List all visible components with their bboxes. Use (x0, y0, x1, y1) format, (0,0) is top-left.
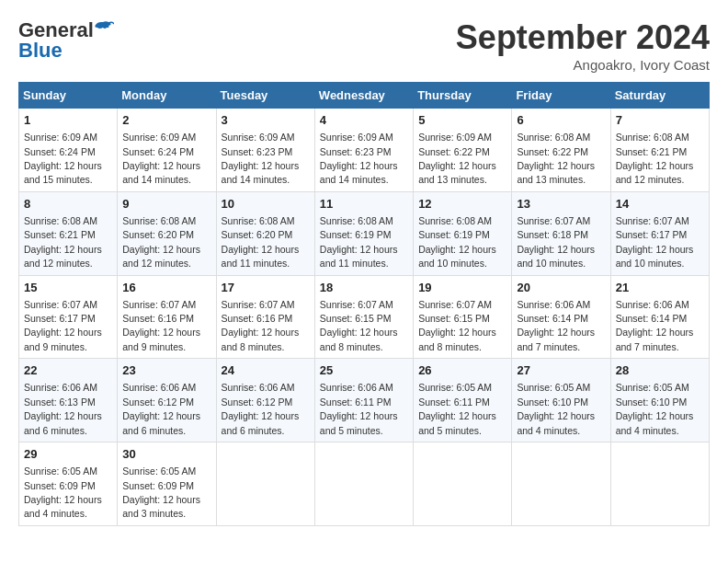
day-number: 25 (320, 362, 408, 379)
calendar-cell: 10Sunrise: 6:08 AMSunset: 6:20 PMDayligh… (216, 191, 314, 275)
day-number: 24 (222, 362, 310, 379)
day-info: Sunrise: 6:05 AMSunset: 6:09 PMDaylight:… (122, 465, 200, 519)
calendar-cell: 8Sunrise: 6:08 AMSunset: 6:21 PMDaylight… (19, 191, 118, 275)
day-info: Sunrise: 6:05 AMSunset: 6:11 PMDaylight:… (418, 382, 496, 435)
location-text: Angoakro, Ivory Coast (456, 57, 710, 73)
day-info: Sunrise: 6:09 AMSunset: 6:23 PMDaylight:… (320, 132, 398, 185)
day-info: Sunrise: 6:08 AMSunset: 6:19 PMDaylight:… (418, 215, 496, 269)
day-info: Sunrise: 6:08 AMSunset: 6:19 PMDaylight:… (320, 215, 398, 269)
day-number: 26 (418, 362, 506, 379)
calendar-cell: 12Sunrise: 6:08 AMSunset: 6:19 PMDayligh… (414, 191, 512, 275)
calendar-cell (414, 442, 512, 526)
day-number: 1 (24, 112, 112, 129)
day-number: 22 (24, 362, 112, 379)
weekday-header-tuesday: Tuesday (216, 83, 314, 109)
day-number: 17 (222, 280, 310, 296)
calendar-cell: 5Sunrise: 6:09 AMSunset: 6:22 PMDaylight… (414, 109, 512, 192)
calendar-cell: 29Sunrise: 6:05 AMSunset: 6:09 PMDayligh… (19, 442, 118, 526)
calendar-cell: 19Sunrise: 6:07 AMSunset: 6:15 PMDayligh… (414, 275, 512, 359)
calendar-cell: 1Sunrise: 6:09 AMSunset: 6:24 PMDaylight… (19, 109, 118, 192)
calendar-week-row: 1Sunrise: 6:09 AMSunset: 6:24 PMDaylight… (19, 109, 710, 192)
calendar-cell: 21Sunrise: 6:06 AMSunset: 6:14 PMDayligh… (610, 275, 709, 359)
calendar-cell: 13Sunrise: 6:07 AMSunset: 6:18 PMDayligh… (512, 191, 610, 275)
day-info: Sunrise: 6:05 AMSunset: 6:10 PMDaylight:… (517, 382, 595, 435)
day-number: 7 (616, 112, 704, 129)
weekday-header-thursday: Thursday (414, 83, 512, 109)
weekday-header-saturday: Saturday (610, 83, 709, 109)
calendar-cell: 17Sunrise: 6:07 AMSunset: 6:16 PMDayligh… (216, 275, 314, 359)
day-number: 4 (320, 112, 408, 129)
day-info: Sunrise: 6:06 AMSunset: 6:14 PMDaylight:… (616, 299, 694, 352)
calendar-cell: 24Sunrise: 6:06 AMSunset: 6:12 PMDayligh… (216, 359, 314, 442)
day-info: Sunrise: 6:06 AMSunset: 6:13 PMDaylight:… (24, 382, 102, 435)
calendar-cell: 27Sunrise: 6:05 AMSunset: 6:10 PMDayligh… (512, 359, 610, 442)
day-number: 9 (122, 196, 210, 213)
calendar-cell: 3Sunrise: 6:09 AMSunset: 6:23 PMDaylight… (216, 109, 314, 192)
calendar-cell: 9Sunrise: 6:08 AMSunset: 6:20 PMDaylight… (118, 191, 216, 275)
calendar-cell: 7Sunrise: 6:08 AMSunset: 6:21 PMDaylight… (610, 109, 709, 192)
day-number: 10 (222, 196, 310, 213)
day-number: 23 (122, 362, 210, 379)
weekday-header-sunday: Sunday (19, 83, 118, 109)
day-number: 3 (222, 112, 310, 129)
calendar-cell: 4Sunrise: 6:09 AMSunset: 6:23 PMDaylight… (314, 109, 413, 192)
day-number: 27 (517, 362, 605, 379)
title-block: September 2024 Angoakro, Ivory Coast (456, 18, 710, 73)
calendar-cell (512, 442, 610, 526)
day-number: 29 (24, 446, 112, 463)
day-info: Sunrise: 6:07 AMSunset: 6:17 PMDaylight:… (24, 299, 102, 352)
day-number: 12 (418, 196, 506, 213)
day-info: Sunrise: 6:06 AMSunset: 6:12 PMDaylight:… (222, 382, 300, 435)
day-info: Sunrise: 6:07 AMSunset: 6:15 PMDaylight:… (320, 299, 398, 352)
day-number: 13 (517, 196, 605, 213)
day-info: Sunrise: 6:08 AMSunset: 6:21 PMDaylight:… (24, 215, 102, 269)
day-number: 20 (517, 280, 605, 296)
calendar-cell: 16Sunrise: 6:07 AMSunset: 6:16 PMDayligh… (118, 275, 216, 359)
day-number: 16 (122, 280, 210, 296)
day-info: Sunrise: 6:07 AMSunset: 6:16 PMDaylight:… (222, 299, 300, 352)
day-info: Sunrise: 6:07 AMSunset: 6:15 PMDaylight:… (418, 299, 496, 352)
day-info: Sunrise: 6:05 AMSunset: 6:10 PMDaylight:… (616, 382, 694, 435)
logo-bird-icon (94, 20, 114, 35)
calendar-cell: 25Sunrise: 6:06 AMSunset: 6:11 PMDayligh… (314, 359, 413, 442)
calendar-cell: 30Sunrise: 6:05 AMSunset: 6:09 PMDayligh… (118, 442, 216, 526)
day-info: Sunrise: 6:06 AMSunset: 6:12 PMDaylight:… (122, 382, 200, 435)
calendar-cell: 28Sunrise: 6:05 AMSunset: 6:10 PMDayligh… (610, 359, 709, 442)
day-info: Sunrise: 6:07 AMSunset: 6:18 PMDaylight:… (517, 215, 595, 269)
calendar-cell: 18Sunrise: 6:07 AMSunset: 6:15 PMDayligh… (314, 275, 413, 359)
day-number: 28 (616, 362, 704, 379)
calendar-week-row: 29Sunrise: 6:05 AMSunset: 6:09 PMDayligh… (19, 442, 710, 526)
day-info: Sunrise: 6:08 AMSunset: 6:20 PMDaylight:… (122, 215, 200, 269)
day-number: 15 (24, 280, 112, 296)
calendar-cell: 11Sunrise: 6:08 AMSunset: 6:19 PMDayligh… (314, 191, 413, 275)
day-info: Sunrise: 6:06 AMSunset: 6:11 PMDaylight:… (320, 382, 398, 435)
day-info: Sunrise: 6:08 AMSunset: 6:21 PMDaylight:… (616, 132, 694, 185)
calendar-week-row: 8Sunrise: 6:08 AMSunset: 6:21 PMDaylight… (19, 191, 710, 275)
page-header: General Blue September 2024 Angoakro, Iv… (18, 18, 710, 73)
day-number: 8 (24, 196, 112, 213)
day-info: Sunrise: 6:07 AMSunset: 6:17 PMDaylight:… (616, 215, 694, 269)
calendar-cell: 26Sunrise: 6:05 AMSunset: 6:11 PMDayligh… (414, 359, 512, 442)
calendar-cell (610, 442, 709, 526)
day-number: 19 (418, 280, 506, 296)
day-number: 21 (616, 280, 704, 296)
day-number: 14 (616, 196, 704, 213)
calendar-cell: 23Sunrise: 6:06 AMSunset: 6:12 PMDayligh… (118, 359, 216, 442)
logo: General Blue (18, 18, 114, 63)
day-number: 18 (320, 280, 408, 296)
calendar-cell (314, 442, 413, 526)
calendar-header-row: SundayMondayTuesdayWednesdayThursdayFrid… (19, 83, 710, 109)
calendar-week-row: 15Sunrise: 6:07 AMSunset: 6:17 PMDayligh… (19, 275, 710, 359)
day-info: Sunrise: 6:09 AMSunset: 6:22 PMDaylight:… (418, 132, 496, 185)
month-title: September 2024 (456, 18, 710, 57)
day-info: Sunrise: 6:09 AMSunset: 6:23 PMDaylight:… (222, 132, 300, 185)
calendar-cell (216, 442, 314, 526)
calendar-cell: 2Sunrise: 6:09 AMSunset: 6:24 PMDaylight… (118, 109, 216, 192)
day-info: Sunrise: 6:09 AMSunset: 6:24 PMDaylight:… (24, 132, 102, 185)
calendar-table: SundayMondayTuesdayWednesdayThursdayFrid… (18, 82, 710, 526)
day-info: Sunrise: 6:09 AMSunset: 6:24 PMDaylight:… (122, 132, 200, 185)
day-number: 2 (122, 112, 210, 129)
day-number: 6 (517, 112, 605, 129)
day-number: 11 (320, 196, 408, 213)
calendar-cell: 22Sunrise: 6:06 AMSunset: 6:13 PMDayligh… (19, 359, 118, 442)
